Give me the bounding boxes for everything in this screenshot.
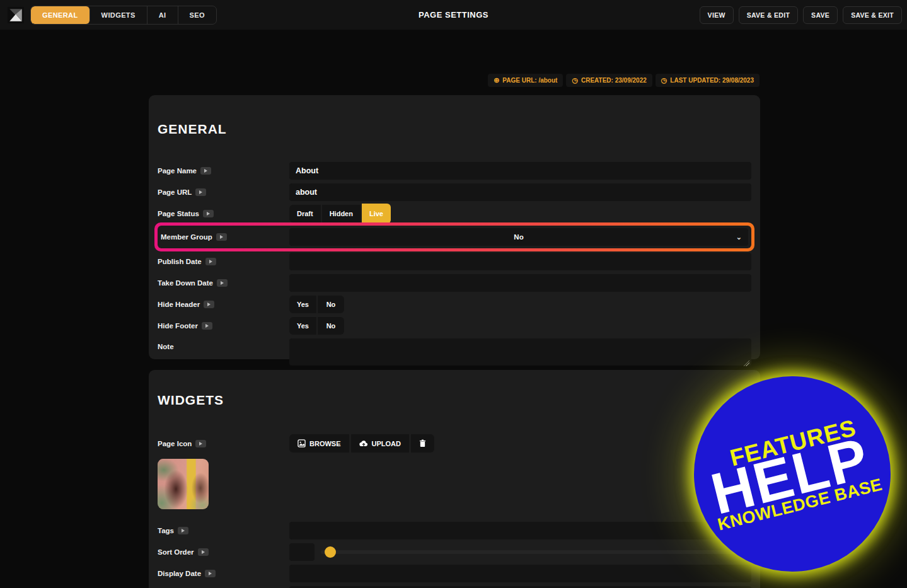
top-toolbar: GENERAL WIDGETS AI SEO PAGE SETTINGS VIE…	[0, 0, 907, 30]
display-date-row: Display Date	[158, 565, 751, 582]
clock-icon: ◷	[572, 77, 578, 84]
delete-icon-button[interactable]	[411, 434, 434, 453]
hide-header-row: Hide Header Yes No	[158, 296, 751, 313]
save-and-edit-button[interactable]: SAVE & EDIT	[739, 6, 798, 24]
globe-icon: ⊕	[494, 77, 499, 84]
status-draft-button[interactable]: Draft	[289, 205, 321, 222]
help-video-icon[interactable]	[198, 548, 209, 556]
last-updated-badge-label: LAST UPDATED: 29/08/2023	[670, 77, 754, 84]
help-video-icon[interactable]	[200, 167, 211, 175]
publish-date-row: Publish Date	[158, 253, 751, 270]
display-date-label: Display Date	[158, 570, 289, 577]
upload-button[interactable]: UPLOAD	[351, 434, 409, 453]
page-icon-row: Page Icon BROWSE UPL	[158, 434, 751, 453]
clock-icon: ◷	[661, 77, 667, 84]
page-status-label: Page Status	[158, 210, 289, 217]
take-down-date-row: Take Down Date	[158, 274, 751, 292]
save-and-exit-button[interactable]: SAVE & EXIT	[843, 6, 902, 24]
page-icon-label-text: Page Icon	[158, 440, 192, 447]
take-down-date-input[interactable]	[289, 274, 751, 292]
tab-widgets[interactable]: WIDGETS	[90, 6, 147, 24]
page-meta-badges: ⊕ PAGE URL: /about ◷ CREATED: 23/09/2022…	[488, 74, 760, 87]
display-date-input[interactable]	[289, 565, 751, 582]
settings-tab-group: GENERAL WIDGETS AI SEO	[30, 6, 217, 25]
publish-date-label-text: Publish Date	[158, 258, 202, 265]
hide-footer-row: Hide Footer Yes No	[158, 317, 751, 335]
browse-button[interactable]: BROWSE	[289, 434, 349, 453]
take-down-date-label: Take Down Date	[158, 279, 289, 287]
display-date-label-text: Display Date	[158, 570, 201, 577]
hide-footer-label: Hide Footer	[158, 322, 289, 330]
save-button[interactable]: SAVE	[803, 6, 838, 24]
sort-order-slider[interactable]	[321, 543, 751, 561]
status-hidden-button[interactable]: Hidden	[322, 205, 361, 222]
header-actions: VIEW SAVE & EDIT SAVE SAVE & EXIT	[700, 6, 902, 24]
member-group-select[interactable]: No ⌄	[289, 228, 748, 246]
hide-header-segmented: Yes No	[289, 296, 751, 313]
tab-seo[interactable]: SEO	[178, 6, 216, 24]
note-textarea[interactable]	[289, 338, 751, 366]
page-status-row: Page Status Draft Hidden Live	[158, 205, 751, 222]
hide-footer-yes-button[interactable]: Yes	[289, 317, 316, 335]
widgets-heading: WIDGETS	[158, 393, 751, 408]
help-video-icon[interactable]	[205, 258, 216, 265]
hide-header-label: Hide Header	[158, 301, 289, 308]
chevron-down-icon: ⌄	[736, 233, 742, 241]
page-url-input[interactable]	[289, 183, 751, 201]
hide-header-yes-button[interactable]: Yes	[289, 296, 316, 313]
help-video-icon[interactable]	[216, 233, 227, 241]
take-down-date-label-text: Take Down Date	[158, 279, 213, 287]
page-url-row: Page URL	[158, 183, 751, 201]
sort-order-row: Sort Order	[158, 543, 751, 561]
hide-footer-label-text: Hide Footer	[158, 322, 198, 330]
sort-order-number-input[interactable]	[289, 543, 315, 561]
note-label: Note	[158, 343, 289, 350]
page-url-label: Page URL	[158, 188, 289, 196]
hide-footer-segmented: Yes No	[289, 317, 751, 335]
hide-header-label-text: Hide Header	[158, 301, 200, 308]
help-video-icon[interactable]	[205, 570, 216, 577]
tags-label: Tags	[158, 527, 289, 534]
member-group-row: Member Group No ⌄	[158, 226, 751, 248]
page-url-badge: ⊕ PAGE URL: /about	[488, 74, 563, 87]
note-row: Note	[158, 338, 751, 368]
page-status-segmented: Draft Hidden Live	[289, 205, 751, 222]
member-group-highlight: Member Group No ⌄	[154, 222, 754, 251]
page-url-label-text: Page URL	[158, 188, 192, 196]
page-name-label: Page Name	[158, 167, 289, 175]
view-button[interactable]: VIEW	[700, 6, 734, 24]
help-video-icon[interactable]	[204, 301, 214, 308]
publish-date-input[interactable]	[289, 253, 751, 270]
cloud-upload-icon	[359, 440, 368, 447]
tags-row: Tags	[158, 522, 751, 539]
page-icon-label: Page Icon	[158, 440, 289, 447]
created-badge: ◷ CREATED: 23/09/2022	[566, 74, 652, 87]
help-video-icon[interactable]	[195, 188, 206, 196]
app-logo-icon[interactable]	[8, 7, 24, 23]
image-file-icon	[298, 439, 306, 447]
help-video-icon[interactable]	[217, 279, 228, 287]
general-panel: GENERAL Page Name Page URL Page Status D…	[149, 95, 760, 359]
page-icon-actions: BROWSE UPLOAD	[289, 434, 751, 453]
member-group-label: Member Group	[161, 233, 289, 241]
help-video-icon[interactable]	[195, 440, 206, 447]
status-live-button[interactable]: Live	[362, 204, 391, 224]
page-name-input[interactable]	[289, 162, 751, 180]
slider-thumb[interactable]	[325, 546, 336, 558]
hide-footer-no-button[interactable]: No	[318, 317, 344, 335]
browse-button-label: BROWSE	[309, 440, 341, 447]
tags-input[interactable]	[289, 522, 751, 539]
created-badge-label: CREATED: 23/09/2022	[581, 77, 647, 84]
tab-ai[interactable]: AI	[147, 6, 178, 24]
help-video-icon[interactable]	[202, 322, 212, 330]
help-video-icon[interactable]	[203, 210, 214, 217]
help-video-icon[interactable]	[178, 527, 188, 534]
tab-general[interactable]: GENERAL	[31, 6, 90, 24]
sort-order-label-text: Sort Order	[158, 548, 194, 556]
help-badge[interactable]: FEATURES HELP KNOWLEDGE BASE	[694, 376, 891, 572]
page-url-badge-label: PAGE URL: /about	[502, 77, 557, 84]
help-badge-circle[interactable]: FEATURES HELP KNOWLEDGE BASE	[694, 376, 891, 572]
page-status-label-text: Page Status	[158, 210, 199, 217]
page-icon-thumbnail[interactable]	[158, 459, 209, 509]
hide-header-no-button[interactable]: No	[318, 296, 344, 313]
